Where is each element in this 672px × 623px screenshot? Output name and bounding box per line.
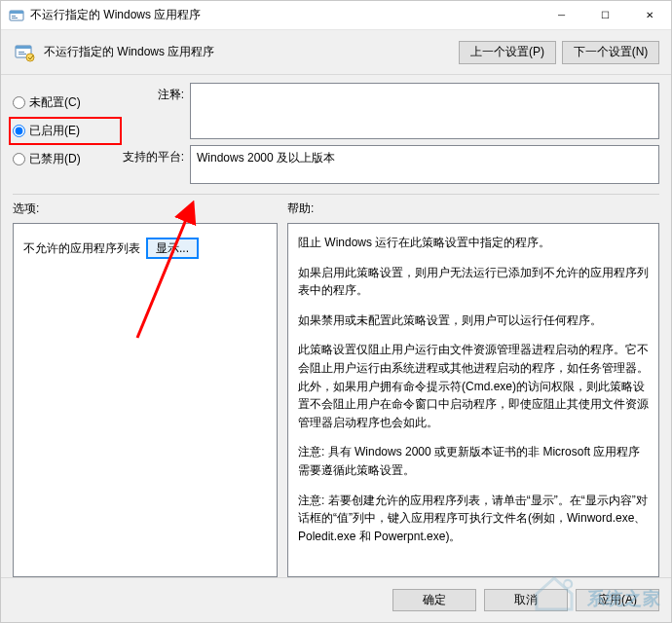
- help-paragraph: 阻止 Windows 运行在此策略设置中指定的程序。: [298, 234, 649, 252]
- help-paragraph: 注意: 具有 Windows 2000 或更新版本证书的非 Microsoft …: [298, 443, 649, 479]
- column-labels: 选项: 帮助:: [1, 201, 671, 219]
- upper-section: 未配置(C) 已启用(E) 已禁用(D) 注释: 支持的平台: Windows: [1, 75, 671, 188]
- dialog-body: 未配置(C) 已启用(E) 已禁用(D) 注释: 支持的平台: Windows: [1, 75, 671, 622]
- next-setting-button[interactable]: 下一个设置(N): [562, 41, 659, 64]
- config-radio-group: 未配置(C) 已启用(E) 已禁用(D): [13, 83, 118, 184]
- help-paragraph: 此策略设置仅阻止用户运行由文件资源管理器进程启动的程序。它不会阻止用户运行由系统…: [298, 341, 649, 431]
- disallowed-list-row: 不允许的应用程序列表 显示...: [23, 238, 267, 259]
- minimize-button[interactable]: ─: [540, 1, 583, 30]
- svg-rect-5: [16, 46, 31, 49]
- svg-rect-1: [10, 11, 23, 14]
- svg-rect-7: [19, 54, 26, 55]
- meta-section: 注释: 支持的平台: Windows 2000 及以上版本: [118, 83, 659, 184]
- radio-disabled[interactable]: 已禁用(D): [13, 151, 118, 167]
- help-panel[interactable]: 阻止 Windows 运行在此策略设置中指定的程序。 如果启用此策略设置，则用户…: [287, 223, 659, 577]
- radio-disabled-label: 已禁用(D): [29, 151, 81, 167]
- dialog-footer: 确定 取消 应用(A): [1, 577, 671, 622]
- supported-label: 支持的平台:: [118, 145, 184, 165]
- comment-field[interactable]: [190, 83, 659, 139]
- policy-icon: [13, 41, 36, 64]
- policy-name: 不运行指定的 Windows 应用程序: [44, 44, 453, 60]
- radio-disabled-input[interactable]: [13, 153, 25, 165]
- show-button[interactable]: 显示...: [146, 238, 199, 259]
- svg-rect-2: [12, 16, 16, 17]
- prev-setting-button[interactable]: 上一个设置(P): [459, 41, 556, 64]
- svg-point-8: [26, 54, 34, 61]
- enabled-highlight-box: 已启用(E): [9, 117, 122, 145]
- radio-not-configured-label: 未配置(C): [29, 94, 81, 111]
- help-paragraph: 如果启用此策略设置，则用户无法运行已添加到不允许的应用程序列表中的程序。: [298, 264, 649, 300]
- divider: [13, 194, 659, 195]
- options-panel: 不允许的应用程序列表 显示...: [13, 223, 278, 577]
- maximize-button[interactable]: ☐: [583, 1, 627, 30]
- lower-section: 不允许的应用程序列表 显示... 阻止 Windows 运行在此策略设置中指定的…: [1, 219, 671, 577]
- radio-not-configured-input[interactable]: [13, 96, 25, 109]
- radio-enabled-label: 已启用(E): [29, 123, 80, 139]
- close-button[interactable]: ✕: [627, 1, 671, 30]
- radio-enabled[interactable]: 已启用(E): [13, 123, 114, 139]
- comment-label: 注释:: [118, 83, 184, 103]
- window-title: 不运行指定的 Windows 应用程序: [30, 7, 540, 23]
- header-strip: 不运行指定的 Windows 应用程序 上一个设置(P) 下一个设置(N): [1, 30, 671, 75]
- options-column-label: 选项:: [13, 201, 287, 217]
- titlebar: 不运行指定的 Windows 应用程序 ─ ☐ ✕: [1, 1, 671, 30]
- ok-button[interactable]: 确定: [392, 589, 476, 611]
- policy-editor-window: 不运行指定的 Windows 应用程序 ─ ☐ ✕ 不运行指定的 Windows…: [0, 0, 672, 623]
- help-paragraph: 注意: 若要创建允许的应用程序列表，请单击“显示”。在“显示内容”对话框的“值”…: [298, 492, 649, 546]
- svg-rect-3: [12, 18, 18, 18]
- cancel-button[interactable]: 取消: [484, 589, 568, 611]
- disallowed-list-label: 不允许的应用程序列表: [23, 240, 140, 257]
- svg-rect-6: [19, 52, 24, 53]
- radio-enabled-input[interactable]: [13, 125, 25, 137]
- help-column-label: 帮助:: [287, 201, 659, 217]
- radio-not-configured[interactable]: 未配置(C): [13, 94, 118, 111]
- supported-field: Windows 2000 及以上版本: [190, 145, 659, 184]
- help-paragraph: 如果禁用或未配置此策略设置，则用户可以运行任何程序。: [298, 312, 649, 330]
- apply-button[interactable]: 应用(A): [576, 589, 659, 611]
- window-icon: [9, 8, 24, 23]
